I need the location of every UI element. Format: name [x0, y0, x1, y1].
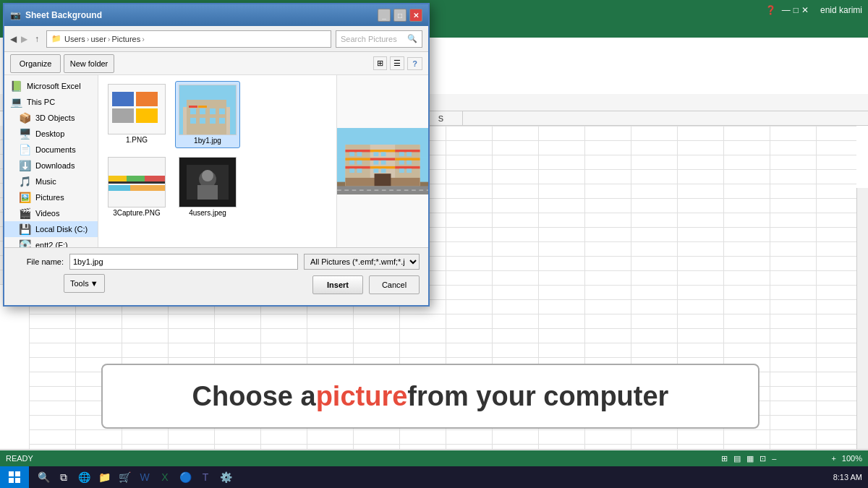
- view-toggle-icon[interactable]: ⊞: [373, 56, 387, 70]
- page-break-icon[interactable]: ⊡: [760, 454, 766, 463]
- filename-input[interactable]: [69, 254, 298, 270]
- svg-rect-30: [190, 108, 196, 114]
- start-button[interactable]: [0, 466, 29, 488]
- videos-icon: 🎬: [19, 207, 31, 219]
- zoom-out-icon[interactable]: –: [772, 454, 776, 463]
- sidebar-item-music[interactable]: 🎵 Music: [4, 174, 98, 189]
- zoom-in-icon[interactable]: +: [831, 454, 835, 463]
- file-item-3capture[interactable]: 3Capture.PNG: [104, 154, 169, 220]
- dialog-sidebar: 📗 Microsoft Excel 💻 This PC 📦 3D Objects…: [4, 75, 98, 247]
- sep1: ›: [87, 35, 90, 43]
- svg-rect-34: [190, 118, 196, 124]
- filename-row: File name: All Pictures (*.emf;*.wmf;*.j…: [13, 254, 420, 270]
- svg-rect-38: [189, 106, 197, 108]
- maximize-icon[interactable]: □: [793, 5, 799, 15]
- documents-icon: 📄: [19, 144, 31, 155]
- cancel-button[interactable]: Cancel: [369, 275, 420, 294]
- preview-area: [337, 75, 428, 247]
- search-box[interactable]: Search Pictures 🔍: [336, 30, 422, 48]
- file-item-1png[interactable]: 1.PNG: [104, 81, 169, 148]
- tools-button[interactable]: Tools ▼: [64, 274, 105, 293]
- vertical-scrollbar[interactable]: [856, 188, 868, 466]
- task-view-icon[interactable]: ⧉: [55, 468, 72, 486]
- file-item-4users[interactable]: 4users.jpeg: [175, 154, 240, 220]
- svg-rect-20: [9, 478, 14, 483]
- svg-rect-78: [399, 160, 404, 165]
- svg-rect-70: [373, 152, 378, 156]
- svg-rect-46: [130, 185, 165, 191]
- address-bar[interactable]: 📁 Users › user › Pictures ›: [46, 30, 331, 48]
- sidebar-item-microsoft-excel[interactable]: 📗 Microsoft Excel: [4, 78, 98, 94]
- svg-rect-59: [345, 150, 370, 152]
- svg-rect-37: [219, 118, 225, 124]
- dialog-main: 📗 Microsoft Excel 💻 This PC 📦 3D Objects…: [4, 75, 428, 247]
- word-icon[interactable]: W: [136, 468, 153, 486]
- file-explorer-icon[interactable]: 📁: [95, 468, 113, 486]
- sidebar-item-documents[interactable]: 📄 Documents: [4, 142, 98, 158]
- search-taskbar-icon[interactable]: 🔍: [35, 468, 52, 486]
- banner-text-after: from your computer: [407, 381, 668, 412]
- edge-icon[interactable]: 🌐: [75, 468, 93, 486]
- svg-rect-51: [197, 185, 218, 200]
- page-layout-icon[interactable]: ▦: [746, 454, 754, 463]
- sidebar-item-desktop[interactable]: 🖥️ Desktop: [4, 126, 98, 142]
- close-icon[interactable]: ✕: [801, 5, 809, 15]
- breadcrumb-users[interactable]: Users: [64, 35, 85, 43]
- sidebar-item-downloads[interactable]: ⬇️ Downloads: [4, 158, 98, 174]
- tools-label: Tools: [70, 279, 89, 288]
- svg-rect-63: [370, 158, 395, 160]
- sidebar-item-pictures[interactable]: 🖼️ Pictures: [4, 189, 98, 205]
- breadcrumb-user[interactable]: user: [90, 35, 106, 43]
- svg-rect-43: [145, 176, 165, 181]
- help-icon[interactable]: ❓: [765, 5, 776, 15]
- file-thumb-3capture: [108, 157, 166, 207]
- chrome-icon[interactable]: 🔵: [176, 468, 194, 486]
- teams-icon[interactable]: T: [197, 468, 214, 486]
- file-thumb-4users: [179, 157, 237, 207]
- organize-button[interactable]: Organize: [10, 54, 61, 73]
- settings-icon[interactable]: ⚙️: [217, 468, 234, 486]
- taskbar-time: 8:13 AM: [833, 473, 862, 481]
- excel-icon[interactable]: X: [156, 468, 174, 486]
- file-grid: 1.PNG: [98, 75, 337, 247]
- view-list-icon[interactable]: ☰: [390, 56, 404, 70]
- breadcrumb-pictures[interactable]: Pictures: [111, 35, 140, 43]
- insert-button[interactable]: Insert: [312, 275, 363, 294]
- filetype-select[interactable]: All Pictures (*.emf;*.wmf;*.jpg;*: [304, 254, 420, 270]
- minimize-icon[interactable]: —: [782, 5, 791, 15]
- normal-view-icon[interactable]: ▤: [733, 454, 741, 463]
- svg-rect-72: [399, 152, 404, 156]
- svg-rect-19: [15, 471, 20, 476]
- svg-rect-62: [345, 158, 370, 160]
- sidebar-label-pics: Pictures: [35, 193, 64, 202]
- back-icon[interactable]: ◀: [10, 34, 17, 44]
- taskbar-pinned-apps: 🔍 ⧉ 🌐 📁 🛒 W X 🔵 T ⚙️: [29, 468, 240, 486]
- store-icon[interactable]: 🛒: [116, 468, 133, 486]
- dialog-titlebar: 📷 Sheet Background _ □ ✕: [4, 4, 428, 26]
- sidebar-item-3d-objects[interactable]: 📦 3D Objects: [4, 110, 98, 126]
- svg-rect-18: [9, 471, 14, 476]
- svg-rect-66: [370, 166, 395, 168]
- dialog-title: Sheet Background: [25, 10, 102, 20]
- sidebar-item-entt2[interactable]: 💽 entt2 (F:): [4, 237, 98, 247]
- dialog-maximize-button[interactable]: □: [393, 9, 407, 22]
- svg-rect-35: [200, 118, 205, 124]
- up-icon[interactable]: ↑: [35, 34, 39, 44]
- sidebar-item-videos[interactable]: 🎬 Videos: [4, 205, 98, 221]
- file-thumb-1png: [108, 84, 166, 134]
- dialog-content: 1.PNG: [98, 75, 428, 247]
- dialog-close-button[interactable]: ✕: [409, 9, 422, 22]
- file-item-1by1jpg[interactable]: 1by1.jpg: [175, 81, 240, 148]
- sidebar-label-excel: Microsoft Excel: [27, 82, 81, 90]
- sidebar-label-dl: Downloads: [35, 161, 75, 170]
- sidebar-item-local-disk[interactable]: 💾 Local Disk (C:): [4, 221, 98, 237]
- forward-icon[interactable]: ▶: [21, 34, 27, 44]
- sidebar-label-docs: Documents: [35, 145, 76, 154]
- new-folder-button[interactable]: New folder: [64, 54, 114, 73]
- help-dialog-icon[interactable]: ?: [407, 57, 422, 70]
- dialog-minimize-button[interactable]: _: [378, 9, 391, 22]
- svg-rect-23: [112, 92, 134, 106]
- downloads-icon: ⬇️: [19, 160, 31, 171]
- sidebar-item-this-pc[interactable]: 💻 This PC: [4, 94, 98, 110]
- zoom-slider[interactable]: [782, 457, 825, 460]
